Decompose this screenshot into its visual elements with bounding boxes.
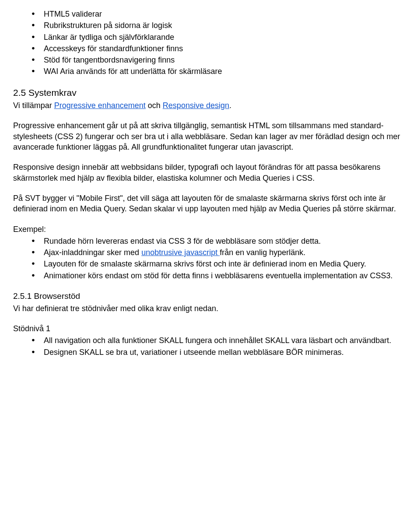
text: och [146,101,163,110]
paragraph-mobile-first: På SVT bygger vi "Mobile First", det vil… [13,193,407,214]
heading-browserstod: 2.5.1 Browserstöd [13,291,407,302]
paragraph-responsive-design: Responsive design innebär att webbsidans… [13,162,407,183]
text: Ajax-inladdningar sker med [44,248,141,257]
list-item: Animationer körs endast om stöd för dett… [44,270,407,281]
list-item: Designen SKALL se bra ut, variationer i … [44,347,407,357]
intro-paragraph: Vi tillämpar Progressive enhancement och… [13,100,407,111]
list-item: Rubrikstrukturen på sidorna är logisk [44,20,407,31]
accessibility-list: HTML5 validerar Rubrikstrukturen på sido… [13,9,407,77]
stodniva-1-label: Stödnivå 1 [13,323,407,334]
list-item: Rundade hörn levereras endast via CSS 3 … [44,236,407,246]
stodniva-1-list: All navigation och alla funktioner SKALL… [13,335,407,357]
exempel-list: Rundade hörn levereras endast via CSS 3 … [13,236,407,281]
text: Vi tillämpar [13,101,54,110]
list-item: Ajax-inladdningar sker med unobtrusive j… [44,247,407,258]
paragraph-browserstod: Vi har definierat tre stödnivåer med oli… [13,303,407,314]
list-item: All navigation och alla funktioner SKALL… [44,335,407,346]
link-unobtrusive-js[interactable]: unobtrusive javascript [141,248,220,257]
list-item: WAI Aria används för att underlätta för … [44,66,407,77]
exempel-label: Exempel: [13,224,407,235]
list-item: Accesskeys för standardfunktioner finns [44,43,407,54]
list-item: HTML5 validerar [44,9,407,19]
heading-systemkrav: 2.5 Systemkrav [13,87,407,99]
list-item: Länkar är tydliga och självförklarande [44,32,407,42]
list-item: Layouten för de smalaste skärmarna skriv… [44,259,407,269]
link-progressive-enhancement[interactable]: Progressive enhancement [54,101,146,110]
text: . [229,101,231,110]
text: från en vanlig hyperlänk. [220,248,305,257]
paragraph-progressive-enhancement: Progressive enhancement går ut på att sk… [13,120,407,152]
link-responsive-design[interactable]: Responsive design [163,101,229,110]
list-item: Stöd för tangentbordsnavigering finns [44,55,407,65]
